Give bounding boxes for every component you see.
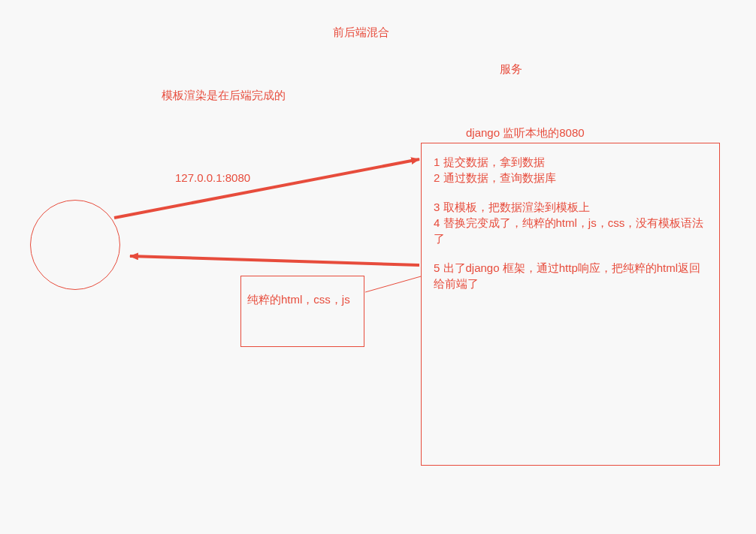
response-arrow [130, 256, 419, 265]
step-5: 5 出了django 框架，通过http响应，把纯粹的html返回给前端了 [434, 260, 707, 291]
client-circle [30, 200, 120, 290]
template-render-note: 模板渲染是在后端完成的 [162, 88, 286, 103]
pure-output-label: 纯粹的html，css，js [247, 293, 356, 307]
step-4: 4 替换完变成了，纯粹的html，js，css，没有模板语法了 [434, 215, 707, 246]
client-address-label: 127.0.0.1:8080 [175, 170, 250, 186]
django-listen-label: django 监听本地的8080 [466, 125, 585, 140]
server-to-pure-line [365, 276, 421, 292]
step-1: 1 提交数据，拿到数据 [434, 154, 707, 170]
step-2: 2 通过数据，查询数据库 [434, 170, 707, 186]
step-3: 3 取模板，把数据渲染到模板上 [434, 199, 707, 215]
diagram-title: 前后端混合 [333, 25, 389, 40]
request-arrow [114, 159, 419, 218]
server-box: 1 提交数据，拿到数据 2 通过数据，查询数据库 3 取模板，把数据渲染到模板上… [421, 143, 720, 466]
diagram-canvas: 前后端混合 服务 模板渲染是在后端完成的 127.0.0.1:8080 djan… [0, 0, 756, 534]
service-label: 服务 [500, 62, 522, 77]
pure-output-box: 纯粹的html，css，js [240, 276, 364, 347]
